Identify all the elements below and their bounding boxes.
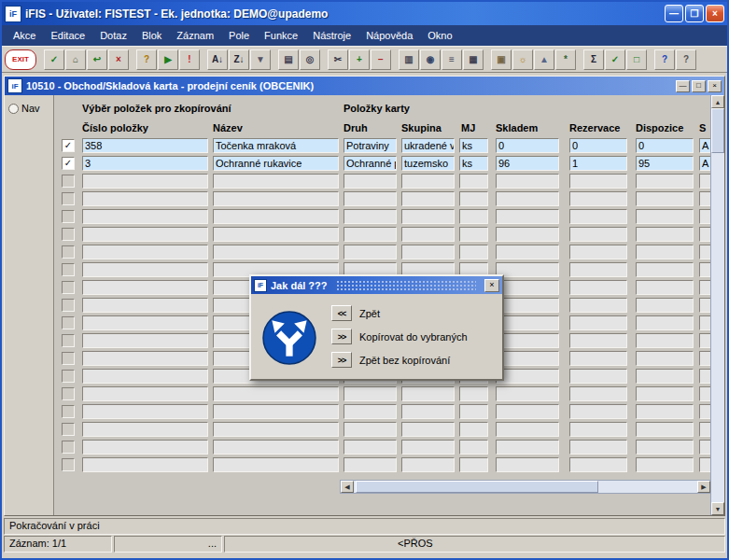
cell-skupina[interactable] [401, 174, 455, 189]
cell-rezervace[interactable] [569, 440, 627, 455]
cell-cislo[interactable] [82, 298, 208, 313]
cell-rezervace[interactable] [569, 280, 627, 295]
cell-s[interactable]: A [699, 138, 710, 153]
cell-skladem[interactable] [496, 280, 559, 295]
cell-s[interactable] [699, 351, 710, 366]
cell-dispozice[interactable]: 95 [636, 156, 694, 171]
menu-item-pole[interactable]: Pole [221, 27, 257, 44]
execute-query-icon[interactable]: ▶ [158, 49, 178, 70]
cell-skladem[interactable] [496, 191, 559, 206]
cell-rezervace[interactable] [569, 386, 627, 401]
scroll-right-button[interactable]: ▶ [697, 481, 710, 493]
minimize-button[interactable]: — [665, 5, 683, 22]
vertical-scroll-thumb[interactable] [711, 108, 724, 153]
cell-cislo[interactable] [82, 262, 208, 277]
row-select-checkbox[interactable] [62, 228, 75, 241]
cell-mj[interactable] [459, 386, 488, 401]
cell-dispozice[interactable]: 0 [636, 138, 694, 153]
cell-dispozice[interactable] [636, 298, 694, 313]
cell-rezervace[interactable] [569, 298, 627, 313]
cell-s[interactable] [699, 174, 710, 189]
maximize-button[interactable]: ❐ [685, 5, 704, 22]
filter-icon[interactable]: ▼ [250, 49, 271, 70]
menu-item-zaznam[interactable]: Záznam [169, 27, 221, 44]
dialog-close-button[interactable]: × [484, 279, 499, 292]
horizontal-scroll-track[interactable] [354, 481, 697, 493]
cell-nazev[interactable]: Točenka mraková [213, 138, 339, 153]
cell-cislo[interactable] [82, 245, 208, 259]
row-select-checkbox[interactable] [62, 352, 75, 365]
back-without-copy-button[interactable]: >> [331, 352, 352, 368]
cell-cislo[interactable]: 3 [82, 156, 208, 171]
cell-rezervace[interactable] [569, 351, 627, 366]
menu-item-funkce[interactable]: Funkce [257, 27, 305, 44]
cell-skladem[interactable] [496, 351, 559, 366]
cell-druh[interactable]: Ochranné p [343, 156, 397, 171]
menu-item-blok[interactable]: Blok [134, 27, 169, 44]
frame-icon[interactable]: □ [626, 49, 647, 70]
row-select-checkbox[interactable]: ✓ [62, 157, 75, 170]
cell-rezervace[interactable] [569, 262, 627, 277]
cell-skupina[interactable] [401, 440, 455, 455]
mdi-minimize-button[interactable]: — [676, 80, 690, 92]
cell-cislo[interactable] [82, 191, 208, 206]
cell-rezervace[interactable] [569, 315, 627, 330]
list-values-icon[interactable]: ≡ [442, 49, 462, 70]
cell-cislo[interactable] [82, 386, 208, 401]
cell-skladem[interactable]: 96 [496, 156, 559, 171]
cell-dispozice[interactable] [636, 191, 694, 206]
cell-skladem[interactable] [496, 174, 559, 189]
cell-s[interactable] [699, 280, 710, 295]
cell-nazev[interactable]: Ochranné rukavice [213, 156, 339, 171]
undo-icon[interactable]: ↩ [87, 49, 107, 70]
tools-icon[interactable]: * [555, 49, 576, 70]
sum-icon[interactable]: Σ [583, 49, 604, 70]
cell-skladem[interactable] [496, 245, 559, 259]
cell-rezervace[interactable] [569, 422, 627, 437]
horizontal-scrollbar[interactable]: ◀ ▶ [340, 480, 710, 494]
horizontal-scroll-thumb[interactable] [356, 481, 598, 493]
cell-s[interactable] [699, 404, 710, 419]
exit-button[interactable]: EXIT [5, 49, 36, 70]
cell-dispozice[interactable] [636, 333, 694, 348]
cell-druh[interactable] [343, 191, 397, 206]
cell-nazev[interactable] [213, 174, 339, 189]
cell-mj[interactable] [459, 191, 488, 206]
mdi-restore-button[interactable]: □ [692, 80, 706, 92]
cell-skupina[interactable]: tuzemsko [401, 156, 455, 171]
cell-cislo[interactable] [82, 404, 208, 419]
cell-mj[interactable] [459, 245, 488, 259]
menu-item-editace[interactable]: Editace [43, 27, 92, 44]
row-select-checkbox[interactable] [62, 210, 75, 223]
cell-skladem[interactable] [496, 298, 559, 313]
cell-druh[interactable] [343, 404, 397, 419]
detail-icon[interactable]: ▦ [463, 49, 484, 70]
menu-item-napoveda[interactable]: Nápověda [358, 27, 420, 44]
row-select-checkbox[interactable] [62, 175, 75, 188]
cell-rezervace[interactable] [569, 245, 627, 259]
row-select-checkbox[interactable] [62, 387, 75, 400]
cell-dispozice[interactable] [636, 227, 694, 242]
cell-cislo[interactable] [82, 351, 208, 366]
cell-s[interactable] [699, 262, 710, 277]
nav-radio-icon[interactable] [8, 104, 19, 114]
calendar-icon[interactable]: ▣ [491, 49, 512, 70]
vertical-scroll-track[interactable] [711, 108, 724, 502]
cell-s[interactable] [699, 386, 710, 401]
cell-cislo[interactable] [82, 422, 208, 437]
cell-dispozice[interactable] [636, 245, 694, 259]
cell-dispozice[interactable] [636, 262, 694, 277]
cell-cislo[interactable] [82, 369, 208, 384]
cell-s[interactable] [699, 369, 710, 384]
cut-icon[interactable]: ✂ [328, 49, 348, 70]
cell-druh[interactable] [343, 174, 397, 189]
cell-mj[interactable]: ks [459, 156, 488, 171]
row-select-checkbox[interactable]: ✓ [62, 139, 75, 152]
cell-rezervace[interactable] [569, 457, 627, 472]
scroll-down-button[interactable]: ▼ [711, 502, 724, 515]
cell-druh[interactable] [343, 457, 397, 472]
cell-mj[interactable] [459, 227, 488, 242]
accept-icon[interactable]: ✓ [44, 49, 64, 70]
cell-skladem[interactable] [496, 262, 559, 277]
cell-dispozice[interactable] [636, 369, 694, 384]
